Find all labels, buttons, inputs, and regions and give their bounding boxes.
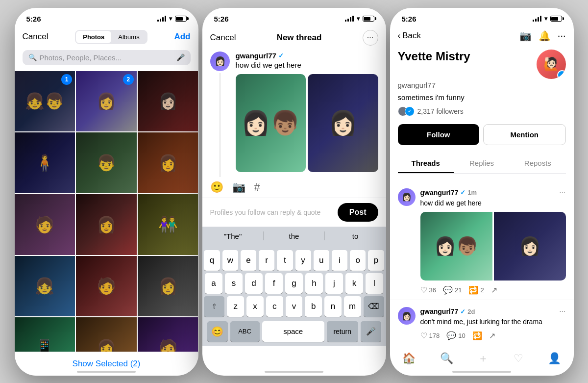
key-s[interactable]: s — [225, 273, 243, 294]
key-g[interactable]: g — [285, 273, 303, 294]
user-avatar: 👩🏻 — [210, 51, 230, 71]
mention-button[interactable]: Mention — [483, 124, 566, 145]
photo-cell[interactable]: 👦 — [76, 132, 137, 193]
photo-cell[interactable]: 👫 — [138, 194, 198, 255]
follow-button[interactable]: Follow — [398, 124, 480, 145]
abc-key[interactable]: ABC — [230, 321, 260, 342]
tab-replies[interactable]: Replies — [454, 153, 510, 173]
nav-search[interactable]: 🔍 — [440, 352, 453, 365]
photo-cell[interactable]: 📱 — [15, 317, 75, 351]
thread-footer: Profiles you follow can reply & quote Po… — [202, 198, 386, 227]
mic-keyboard-icon[interactable]: 🎤 — [361, 321, 381, 342]
photos-nav: Cancel Photos Albums Add — [15, 26, 198, 50]
hashtag-icon[interactable]: # — [254, 181, 260, 194]
photo-cell[interactable]: 👩 2 — [76, 71, 137, 132]
camera-icon[interactable]: 📷 — [232, 181, 245, 194]
keyboard: q w e r t y u i o p a s d f g h j k — [202, 247, 386, 346]
notification-icon[interactable]: 🔔 — [539, 30, 551, 42]
comment-action[interactable]: 💬 21 — [443, 285, 462, 295]
thread-more-button[interactable]: ··· — [559, 188, 565, 197]
return-key[interactable]: return — [327, 321, 358, 342]
shift-key[interactable]: ⇧ — [204, 296, 224, 317]
comment-action-2[interactable]: 💬 10 — [446, 331, 465, 340]
share-action[interactable]: ↗ — [491, 285, 497, 295]
battery-icon — [363, 16, 374, 22]
key-b[interactable]: b — [305, 296, 322, 317]
photo-cell[interactable]: 👧 — [15, 256, 75, 317]
emoji-toolbar-icon[interactable]: 🙂 — [210, 181, 223, 194]
cancel-button[interactable]: Cancel — [23, 32, 49, 42]
nav-likes[interactable]: ♡ — [514, 352, 523, 365]
key-c[interactable]: c — [266, 296, 283, 317]
post-button[interactable]: Post — [338, 203, 378, 222]
photo-cell[interactable]: 👩 — [76, 194, 137, 255]
photo-cell[interactable]: 🧍 — [15, 132, 75, 193]
follower-avatar-verified: ✓ — [405, 106, 415, 116]
suggestion-1[interactable]: "The" — [202, 229, 264, 243]
key-x[interactable]: x — [246, 296, 264, 317]
nav-compose[interactable]: ＋ — [478, 351, 489, 366]
like-action[interactable]: ♡ 36 — [420, 285, 436, 295]
feed-image-1: 👩🏻👦🏽 — [420, 212, 492, 281]
instagram-verified-badge — [557, 70, 566, 79]
search-input[interactable]: Photos, People, Places... — [40, 53, 173, 62]
thread-cancel-button[interactable]: Cancel — [210, 33, 236, 43]
key-z[interactable]: z — [227, 296, 244, 317]
key-e[interactable]: e — [241, 250, 256, 271]
photo-cell[interactable]: 🧑 — [138, 317, 198, 351]
delete-key[interactable]: ⌫ — [364, 296, 384, 317]
back-button[interactable]: ‹ Back — [398, 31, 421, 41]
tab-threads[interactable]: Threads — [398, 153, 454, 173]
photo-cell[interactable]: 👩 — [138, 132, 198, 193]
nav-home[interactable]: 🏠 — [402, 352, 416, 365]
nav-profile[interactable]: 👤 — [548, 352, 561, 365]
photos-tab[interactable]: Photos — [76, 31, 111, 43]
key-r[interactable]: r — [259, 250, 274, 271]
more-options-icon[interactable]: ··· — [558, 30, 566, 41]
key-f[interactable]: f — [265, 273, 283, 294]
more-options-button[interactable]: ··· — [363, 30, 378, 46]
thread-actions-2: ♡ 178 💬 10 🔁 ↗ — [420, 331, 566, 340]
key-w[interactable]: w — [222, 250, 238, 271]
repost-action-2[interactable]: 🔁 — [472, 331, 482, 340]
key-j[interactable]: j — [325, 273, 343, 294]
show-selected-button[interactable]: Show Selected (2) — [73, 359, 141, 368]
add-button[interactable]: Add — [174, 32, 190, 42]
photo-cell[interactable]: 👩 — [138, 256, 198, 317]
key-y[interactable]: y — [295, 250, 311, 271]
photo-cell[interactable]: 👩 — [76, 317, 137, 351]
photo-cell[interactable]: 🧑 — [15, 194, 75, 255]
photo-cell[interactable]: 👩🏻 — [138, 71, 198, 132]
share-action-2[interactable]: ↗ — [489, 331, 495, 340]
space-key[interactable]: space — [262, 321, 324, 342]
follower-avatars: ✓ — [398, 106, 415, 116]
photo-cell[interactable]: 🧑 — [76, 256, 137, 317]
instagram-icon[interactable]: 📷 — [519, 30, 532, 42]
photo-cell[interactable]: 👧👦 1 — [15, 71, 75, 132]
search-bar[interactable]: 🔍 Photos, People, Places... 🎤 — [23, 50, 191, 65]
key-m[interactable]: m — [344, 296, 361, 317]
like-action-2[interactable]: ♡ 178 — [420, 331, 440, 340]
key-t[interactable]: t — [277, 250, 293, 271]
key-i[interactable]: i — [332, 250, 347, 271]
repost-action[interactable]: 🔁 2 — [468, 285, 484, 295]
suggestion-3[interactable]: to — [325, 229, 386, 243]
key-u[interactable]: u — [314, 250, 329, 271]
key-l[interactable]: l — [366, 273, 383, 294]
key-d[interactable]: d — [245, 273, 263, 294]
tab-reposts[interactable]: Reposts — [510, 153, 565, 173]
key-a[interactable]: a — [205, 273, 222, 294]
compose-text[interactable]: how did we get here — [236, 61, 378, 69]
albums-tab[interactable]: Albums — [111, 31, 146, 43]
emoji-key[interactable]: 😊 — [207, 321, 228, 342]
suggestion-2[interactable]: the — [264, 229, 325, 243]
key-v[interactable]: v — [286, 296, 303, 317]
key-o[interactable]: o — [350, 250, 366, 271]
key-p[interactable]: p — [368, 250, 384, 271]
key-n[interactable]: n — [324, 296, 342, 317]
thread-text-2: don't mind me, just lurking for the dram… — [420, 317, 566, 327]
key-q[interactable]: q — [204, 250, 220, 271]
key-k[interactable]: k — [345, 273, 363, 294]
key-h[interactable]: h — [305, 273, 323, 294]
thread-more-button-2[interactable]: ··· — [559, 307, 565, 316]
